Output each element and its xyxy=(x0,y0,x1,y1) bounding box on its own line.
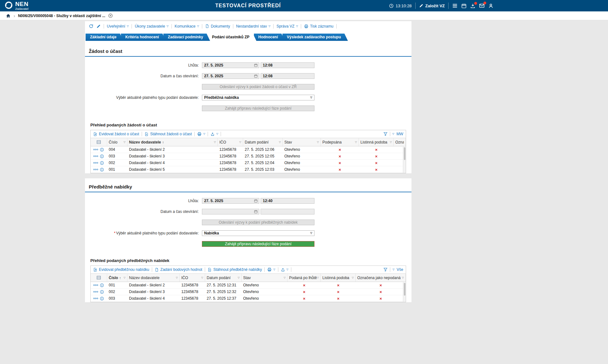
stahnout-nabidky-link[interactable]: Stáhnout předběžné nabídky xyxy=(208,267,262,272)
home-button[interactable] xyxy=(6,13,11,18)
lhuta-time-input[interactable]: 12:08 xyxy=(261,62,314,68)
tab-zakladni-udaje[interactable]: Základní údaje xyxy=(86,34,123,41)
col-ico[interactable]: IČO ▽ xyxy=(218,138,243,146)
filter-caret-icon[interactable]: ▽ xyxy=(239,141,241,144)
lhuta-date-input[interactable]: 27. 5. 2025 xyxy=(202,62,259,68)
row-actions-icon[interactable] xyxy=(93,291,98,293)
scrollbar-thumb[interactable] xyxy=(404,283,405,296)
stahnout-zadosti-link[interactable]: Stáhnout žádosti o účast xyxy=(145,132,192,136)
messages-button[interactable] xyxy=(479,3,485,9)
chevron-down-icon[interactable]: ▽ xyxy=(392,268,394,271)
action-ukony-zadavatele[interactable]: Úkony zadavatele ▽ xyxy=(132,24,171,29)
chevron-down-icon[interactable]: ▽ xyxy=(392,133,394,135)
otevirani-date-input[interactable]: 27. 5. 2025 xyxy=(202,73,259,79)
typ-podani-select[interactable]: Předběžná nabídka ▽ xyxy=(202,95,314,100)
funnel-icon[interactable] xyxy=(383,267,388,272)
print-grid-button[interactable]: ▽ xyxy=(267,267,275,272)
zadost-row[interactable]: 002 Dodavatel - školení 4 12345678 27. 5… xyxy=(91,160,406,166)
vertical-scrollbar[interactable] xyxy=(403,282,406,302)
calendar-icon[interactable] xyxy=(254,63,258,67)
lhuta-date-input[interactable]: 27. 5. 2025 xyxy=(202,198,259,204)
close-record-button[interactable] xyxy=(108,13,113,18)
filter-caret-icon[interactable]: ▽ xyxy=(352,277,354,279)
row-actions-icon[interactable] xyxy=(93,149,98,150)
row-actions-icon[interactable] xyxy=(93,297,98,299)
export-grid-button[interactable]: ▽ xyxy=(281,268,288,272)
profile-button[interactable] xyxy=(488,3,494,9)
evidovat-nabidku-link[interactable]: Evidovat předběžnou nabídku xyxy=(93,267,149,272)
action-nestandardni-stav[interactable]: Nestandardní stav ▽ xyxy=(233,24,274,29)
nen-logo[interactable]: NEN Zadavatel xyxy=(4,1,29,10)
col-stav[interactable]: Stav ▽ xyxy=(283,138,321,146)
filter-caret-icon[interactable]: ▽ xyxy=(201,277,203,279)
col-nazev-dodavatele[interactable]: Název dodavatele ▽ xyxy=(127,274,180,282)
col-cislo[interactable]: Číslo ▽ xyxy=(107,138,127,146)
tab-podani-ucastniku-zp[interactable]: Podání účastníků ZP xyxy=(208,34,256,41)
grid-settings-header[interactable] xyxy=(91,138,107,146)
tab-hodnoceni[interactable]: Hodnocení xyxy=(254,34,285,41)
scrollbar-thumb[interactable] xyxy=(404,147,405,160)
col-podepsana[interactable]: Podepsána ▽ xyxy=(321,138,359,146)
col-stav[interactable]: Stav ▽ xyxy=(242,274,288,282)
col-listinna-podoba[interactable]: Listinná podoba ▽ xyxy=(359,138,394,146)
filter-caret-icon[interactable]: ▽ xyxy=(402,277,404,279)
zadost-row[interactable]: 003 Dodavatel - školení 3 12345678 27. 5… xyxy=(91,153,406,160)
filter-caret-icon[interactable]: ▽ xyxy=(124,141,126,144)
send-vyzva-nabidky-button[interactable]: Odeslání výzvy k podání předběžných nabí… xyxy=(202,220,314,225)
downloads-button[interactable] xyxy=(470,3,475,9)
filter-caret-icon[interactable]: ▽ xyxy=(355,141,357,144)
tab-kriteria-hodnoceni[interactable]: Kritéria hodnocení xyxy=(121,34,166,41)
zadani-bodovych-hodnot-link[interactable]: Zadání bodových hodnot xyxy=(155,267,202,272)
calendar-icon[interactable] xyxy=(254,210,258,214)
refresh-button[interactable] xyxy=(89,24,94,29)
grid-settings-header[interactable] xyxy=(91,274,107,282)
typ-podani-select[interactable]: Nabídka ▽ xyxy=(202,230,314,236)
breadcrumb-record[interactable]: N006/25/V00005048 - Služby v oblasti zaj… xyxy=(18,14,105,18)
nabidka-row[interactable]: 002 Dodavatel - školení 3 12345678 27. 5… xyxy=(91,289,406,295)
row-info-icon[interactable] xyxy=(100,283,104,287)
action-komunikace[interactable]: Komunikace ▽ xyxy=(172,24,202,29)
filter-caret-icon[interactable]: ▽ xyxy=(284,277,286,279)
tab-vysledek[interactable]: Výsledek zadávacího postupu xyxy=(282,34,348,41)
tab-zadavaci-podminky[interactable]: Zadávací podmínky xyxy=(163,34,210,41)
row-info-icon[interactable] xyxy=(100,154,104,158)
zahajit-fazi-button[interactable]: Zahájit přípravu následující fáze podání xyxy=(202,241,314,247)
filter-caret-icon[interactable]: ▽ xyxy=(124,277,126,279)
print-grid-button[interactable]: ▽ xyxy=(197,132,205,136)
otevirani-time-input[interactable] xyxy=(261,209,314,214)
col-nazev-dodavatele[interactable]: Název dodavatele↑ ▽ xyxy=(127,138,218,146)
otevirani-date-input[interactable] xyxy=(202,209,259,214)
zadost-row[interactable]: 001 Dodavatel - školení 5 12345678 27. 5… xyxy=(91,166,406,173)
filter-caret-icon[interactable]: ▽ xyxy=(214,141,216,144)
vertical-scrollbar[interactable] xyxy=(403,147,406,173)
col-oznacena[interactable]: Označena jako nepodaná xyxy=(394,138,406,146)
zadost-row[interactable]: 004 Dodavatel - školení 2 12345678 27. 5… xyxy=(91,146,406,153)
calendar-icon[interactable] xyxy=(254,199,258,203)
action-tisk-zaznamu[interactable]: Tisk záznamu xyxy=(301,24,336,29)
col-datum-podani[interactable]: Datum podání ▽ xyxy=(243,138,283,146)
funnel-icon[interactable] xyxy=(383,132,388,136)
row-info-icon[interactable] xyxy=(100,297,104,301)
filter-caret-icon[interactable]: ▽ xyxy=(317,277,319,279)
view-selector[interactable]: Vše xyxy=(397,267,403,272)
action-dokumenty[interactable]: Dokumenty xyxy=(202,24,233,29)
nabidka-row[interactable]: 001 Dodavatel - školení 2 12345678 27. 5… xyxy=(91,282,406,289)
filter-caret-icon[interactable]: ▽ xyxy=(390,141,392,144)
filter-caret-icon[interactable]: ▽ xyxy=(317,141,319,144)
col-datum-podani[interactable]: Datum podání ▽ xyxy=(205,274,242,282)
row-info-icon[interactable] xyxy=(100,168,104,172)
row-info-icon[interactable] xyxy=(100,161,104,165)
col-podana-po-lhute[interactable]: Podaná po lhůtě ▽ xyxy=(288,274,321,282)
edit-record-button[interactable] xyxy=(96,24,101,29)
otevirani-time-input[interactable]: 12:08 xyxy=(261,73,314,79)
view-selector[interactable]: MW xyxy=(397,132,403,136)
export-grid-button[interactable]: ▽ xyxy=(210,132,218,136)
col-listinna-podoba[interactable]: Listinná podoba ▽ xyxy=(321,274,356,282)
filter-caret-icon[interactable]: ▽ xyxy=(279,141,281,144)
filter-caret-icon[interactable]: ▽ xyxy=(238,277,240,279)
nabidka-row[interactable]: 003 Dodavatel - školení 4 12345678 27. 5… xyxy=(91,295,406,302)
filter-caret-icon[interactable]: ▽ xyxy=(176,277,178,279)
row-actions-icon[interactable] xyxy=(93,162,98,164)
zahajit-fazi-button-disabled[interactable]: Zahájit přípravu následující fáze podání xyxy=(202,105,314,111)
row-actions-icon[interactable] xyxy=(93,155,98,157)
